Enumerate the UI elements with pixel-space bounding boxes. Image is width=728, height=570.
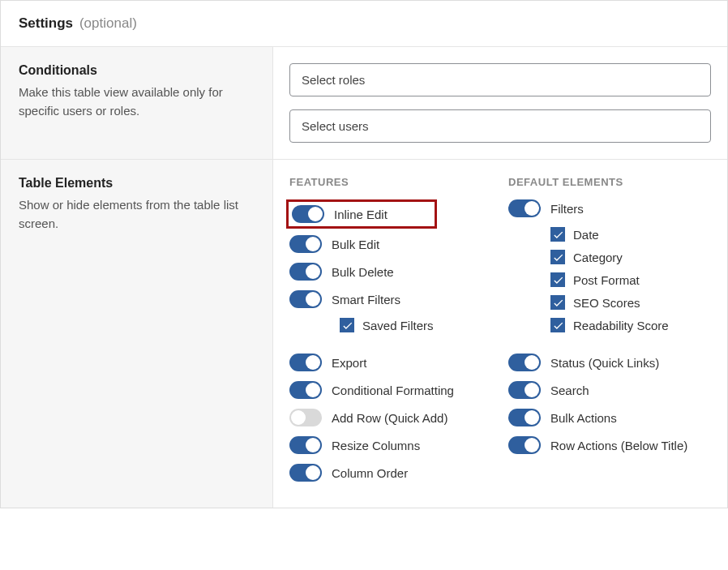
check-icon [553, 275, 563, 285]
section-table-elements: Table Elements Show or hide elements fro… [1, 160, 727, 508]
feature-column-order-row: Column Order [289, 464, 492, 482]
check-icon [553, 252, 563, 263]
default-status-row: Status (Quick Links) [508, 354, 711, 371]
date-row: Date [550, 227, 711, 242]
default-bulk-actions-row: Bulk Actions [508, 409, 711, 426]
conditionals-title: Conditionals [19, 63, 255, 78]
post-format-label: Post Format [573, 273, 640, 287]
date-label: Date [573, 228, 599, 242]
bulk-delete-toggle[interactable] [289, 263, 322, 281]
feature-bulk-delete-row: Bulk Delete [289, 263, 492, 281]
default-row-actions-row: Row Actions (Below Title) [508, 436, 711, 454]
conditional-formatting-toggle[interactable] [289, 381, 322, 399]
status-toggle[interactable] [508, 354, 541, 371]
check-icon [553, 298, 563, 308]
status-label: Status (Quick Links) [550, 356, 659, 370]
readability-score-label: Readability Score [573, 319, 669, 332]
resize-columns-toggle[interactable] [289, 436, 322, 454]
default-search-row: Search [508, 381, 711, 399]
section-table-elements-info: Table Elements Show or hide elements fro… [1, 160, 273, 508]
features-column: FEATURES Inline Edit Bulk Edit Bulk Dele… [289, 176, 492, 491]
bulk-edit-label: Bulk Edit [332, 238, 379, 251]
export-toggle[interactable] [289, 354, 322, 371]
smart-filters-toggle[interactable] [289, 290, 322, 308]
feature-export-row: Export [289, 354, 492, 371]
resize-columns-label: Resize Columns [332, 439, 420, 452]
inline-edit-label: Inline Edit [334, 208, 388, 221]
bulk-actions-label: Bulk Actions [550, 411, 617, 425]
feature-smart-filters-row: Smart Filters [289, 290, 492, 308]
filters-toggle[interactable] [508, 199, 541, 217]
category-checkbox[interactable] [550, 250, 565, 264]
saved-filters-label: Saved Filters [362, 319, 434, 332]
panel-subtitle: (optional) [79, 15, 137, 31]
row-actions-label: Row Actions (Below Title) [550, 439, 687, 452]
readability-score-checkbox[interactable] [550, 318, 565, 332]
category-row: Category [550, 250, 711, 264]
feature-add-row-row: Add Row (Quick Add) [289, 409, 492, 426]
add-row-label: Add Row (Quick Add) [332, 411, 448, 425]
table-elements-desc: Show or hide elements from the table lis… [19, 195, 255, 234]
default-header: DEFAULT ELEMENTS [508, 176, 711, 188]
check-icon [342, 320, 353, 331]
settings-panel: Settings (optional) Conditionals Make th… [0, 0, 728, 508]
inline-edit-toggle[interactable] [292, 205, 324, 223]
feature-resize-columns-row: Resize Columns [289, 436, 492, 454]
filters-label: Filters [550, 202, 584, 216]
category-label: Category [573, 251, 623, 264]
column-order-label: Column Order [332, 466, 408, 480]
seo-scores-checkbox[interactable] [550, 295, 565, 310]
post-format-checkbox[interactable] [550, 272, 565, 287]
conditionals-desc: Make this table view available only for … [19, 83, 255, 121]
default-elements-column: DEFAULT ELEMENTS Filters Date [508, 176, 711, 491]
check-icon [553, 320, 563, 331]
seo-scores-row: SEO Scores [550, 295, 711, 310]
seo-scores-label: SEO Scores [573, 296, 640, 310]
add-row-toggle[interactable] [289, 409, 322, 426]
bulk-delete-label: Bulk Delete [332, 265, 394, 279]
search-label: Search [550, 384, 589, 397]
readability-score-row: Readability Score [550, 318, 711, 332]
section-table-elements-controls: FEATURES Inline Edit Bulk Edit Bulk Dele… [273, 160, 727, 508]
feature-conditional-formatting-row: Conditional Formatting [289, 381, 492, 399]
conditional-formatting-label: Conditional Formatting [332, 384, 454, 397]
section-conditionals-controls: Select roles Select users [273, 47, 727, 159]
search-toggle[interactable] [508, 381, 541, 399]
bulk-edit-toggle[interactable] [289, 235, 322, 253]
feature-inline-edit-row: Inline Edit [286, 199, 437, 229]
export-label: Export [332, 356, 366, 370]
date-checkbox[interactable] [550, 227, 565, 242]
default-filters-row: Filters [508, 199, 711, 217]
table-elements-title: Table Elements [19, 176, 255, 191]
saved-filters-checkbox[interactable] [340, 318, 354, 332]
post-format-row: Post Format [550, 272, 711, 287]
section-conditionals: Conditionals Make this table view availa… [1, 47, 727, 160]
smart-filters-label: Smart Filters [332, 293, 400, 306]
panel-title: Settings [19, 15, 73, 31]
check-icon [553, 229, 563, 240]
saved-filters-row: Saved Filters [340, 318, 492, 332]
feature-bulk-edit-row: Bulk Edit [289, 235, 492, 253]
features-header: FEATURES [289, 176, 492, 188]
row-actions-toggle[interactable] [508, 436, 541, 454]
section-conditionals-info: Conditionals Make this table view availa… [1, 47, 273, 159]
bulk-actions-toggle[interactable] [508, 409, 541, 426]
panel-header: Settings (optional) [1, 1, 727, 47]
select-roles[interactable]: Select roles [289, 63, 711, 96]
column-order-toggle[interactable] [289, 464, 322, 482]
select-users[interactable]: Select users [289, 109, 711, 143]
